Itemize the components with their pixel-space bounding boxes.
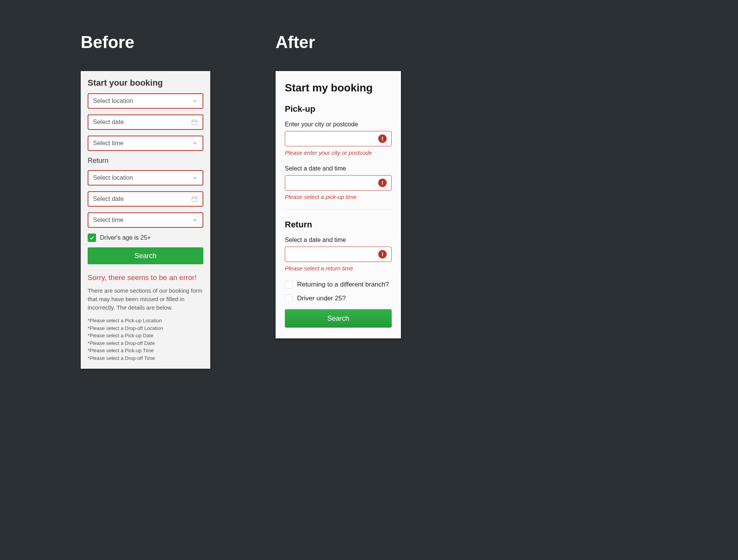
error-item: *Please select a Drop-off Location [88, 325, 203, 332]
return-time-placeholder: Select time [93, 217, 192, 224]
error-badge-icon: ! [378, 134, 387, 143]
pickup-heading: Pick-up [285, 104, 392, 114]
return-heading: Return [285, 220, 392, 230]
return-date-placeholder: Select date [93, 196, 191, 202]
chevron-down-icon [192, 217, 198, 223]
return-date-select[interactable]: Select date [88, 191, 203, 207]
svg-rect-4 [192, 197, 197, 202]
search-button-label: Search [135, 252, 156, 260]
section-divider [285, 209, 392, 210]
after-heading: After [276, 33, 401, 52]
after-form-title: Start my booking [285, 82, 392, 94]
error-item: *Please select a Pick-up Location [88, 317, 203, 325]
search-button-label: Search [327, 315, 349, 323]
error-badge-icon: ! [378, 250, 387, 258]
error-body: There are some sections of our booking f… [88, 287, 203, 311]
return-time-error-message: Please select a return time [285, 265, 392, 272]
svg-rect-0 [192, 120, 197, 125]
before-heading: Before [81, 33, 210, 52]
city-input[interactable]: ! [285, 131, 392, 146]
pickup-datetime-label: Select a date and time [285, 165, 392, 172]
pickup-time-placeholder: Select time [93, 140, 192, 147]
error-badge-icon: ! [378, 179, 387, 187]
pickup-date-placeholder: Select date [93, 119, 191, 126]
chevron-down-icon [192, 98, 198, 104]
calendar-icon [191, 196, 198, 202]
return-location-select[interactable]: Select location [88, 170, 203, 186]
pickup-time-error-message: Please select a pick-up time [285, 194, 392, 200]
pickup-time-select[interactable]: Select time [88, 136, 203, 151]
before-card: Start your booking Select location Selec… [81, 71, 210, 369]
different-branch-label: Returning to a different branch? [297, 281, 389, 288]
error-item: *Please select a Drop-off Time [88, 355, 203, 362]
check-icon [89, 235, 95, 240]
under-25-checkbox[interactable] [285, 295, 293, 302]
return-section-label: Return [88, 157, 203, 165]
return-location-placeholder: Select location [93, 174, 192, 181]
pickup-datetime-input[interactable]: ! [285, 175, 392, 191]
after-card: Start my booking Pick-up Enter your city… [276, 71, 401, 338]
return-datetime-input[interactable]: ! [285, 247, 392, 262]
return-time-select[interactable]: Select time [88, 212, 203, 228]
error-heading: Sorry, there seems to be an error! [88, 273, 203, 282]
error-list: *Please select a Pick-up Location *Pleas… [88, 317, 203, 362]
pickup-location-select[interactable]: Select location [88, 93, 203, 109]
city-field-label: Enter your city or postcode [285, 121, 392, 128]
search-button[interactable]: Search [285, 309, 392, 328]
search-button[interactable]: Search [88, 247, 203, 264]
before-form-title: Start your booking [88, 78, 203, 88]
different-branch-checkbox[interactable] [285, 281, 293, 288]
error-item: *Please select a Drop-off Date [88, 340, 203, 347]
pickup-date-select[interactable]: Select date [88, 114, 203, 130]
error-item: *Please select a Pick-up Date [88, 332, 203, 340]
pickup-location-placeholder: Select location [93, 98, 192, 104]
chevron-down-icon [192, 140, 198, 146]
return-datetime-label: Select a date and time [285, 237, 392, 244]
error-item: *Please select a Pick-up Time [88, 347, 203, 355]
city-error-message: Please enter your city or postcode [285, 149, 392, 156]
chevron-down-icon [192, 175, 198, 181]
under-25-label: Driver under 25? [297, 295, 346, 302]
driver-age-label: Driver's age is 25+ [100, 234, 151, 241]
driver-age-checkbox[interactable] [88, 234, 96, 242]
calendar-icon [191, 119, 198, 126]
